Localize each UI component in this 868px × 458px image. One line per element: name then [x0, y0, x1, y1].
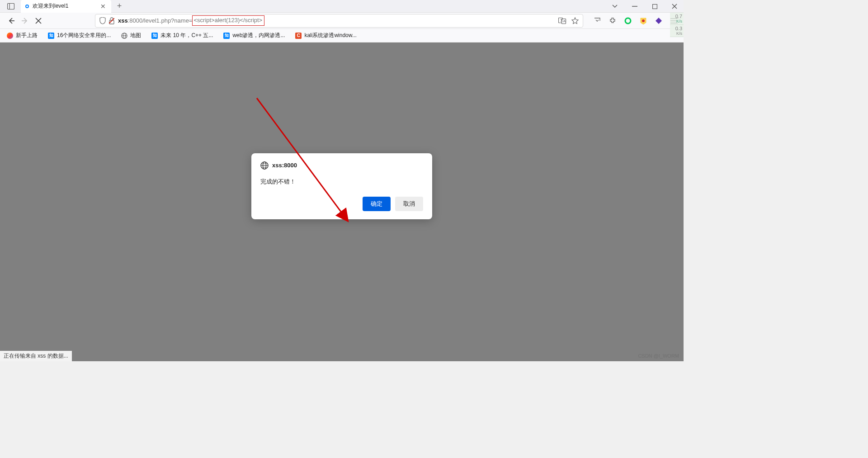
- bookmark-item[interactable]: Ckali系统渗透window...: [293, 30, 358, 41]
- network-speed-widget: 0.7K/s 0.3K/s: [670, 13, 684, 37]
- url-text: xss:8000/level1.php?name=<script>alert(1…: [118, 15, 264, 26]
- alert-dialog: xss:8000 完成的不错！ 确定 取消: [251, 153, 432, 219]
- extensions-icon[interactable]: [608, 16, 618, 26]
- insecure-lock-icon[interactable]: [107, 16, 116, 25]
- window-controls: [609, 0, 680, 13]
- svg-point-11: [625, 18, 631, 24]
- browser-tab[interactable]: 欢迎来到level1 ✕: [21, 0, 111, 13]
- new-tab-button[interactable]: +: [113, 0, 126, 13]
- nav-bar: xss:8000/level1.php?name=<script>alert(1…: [0, 13, 684, 29]
- ext-purple-diamond-icon[interactable]: [654, 16, 664, 26]
- page-content: xss:8000 完成的不错！ 确定 取消 正在传输来自 xss 的数据... …: [0, 42, 684, 361]
- list-tabs-icon[interactable]: [609, 1, 620, 12]
- address-bar[interactable]: xss:8000/level1.php?name=<script>alert(1…: [95, 14, 583, 28]
- pocket-icon[interactable]: [592, 16, 602, 26]
- bookmark-item[interactable]: 新手上路: [5, 30, 39, 41]
- svg-point-12: [642, 19, 645, 22]
- globe-icon: [121, 32, 128, 39]
- svg-text:A: A: [563, 19, 566, 23]
- maximize-button[interactable]: [649, 1, 660, 12]
- dialog-overlay: xss:8000 完成的不错！ 确定 取消: [0, 42, 684, 361]
- tab-title: 欢迎来到level1: [33, 2, 99, 10]
- zhihu-icon: 知: [223, 33, 230, 39]
- dialog-message: 完成的不错！: [260, 178, 423, 186]
- url-highlighted-param: <script>alert(123)</script>: [192, 15, 264, 26]
- firefox-icon: [7, 33, 13, 39]
- ext-green-circle-icon[interactable]: [623, 16, 633, 26]
- svg-rect-6: [109, 20, 114, 24]
- dialog-ok-button[interactable]: 确定: [363, 197, 391, 211]
- bookmark-item[interactable]: 知16个网络安全常用的...: [46, 30, 113, 41]
- bookmark-label: 16个网络安全常用的...: [57, 32, 111, 39]
- stop-button[interactable]: [32, 14, 45, 28]
- dialog-cancel-button[interactable]: 取消: [395, 197, 423, 211]
- zhihu-icon: 知: [151, 33, 158, 39]
- sidebar-toggle-icon[interactable]: [4, 1, 18, 12]
- svg-rect-0: [8, 3, 14, 9]
- bookmark-item[interactable]: 知web渗透，内网渗透...: [221, 30, 287, 41]
- watermark: CSDN @I_WORM: [638, 353, 679, 359]
- forward-button[interactable]: [18, 14, 32, 28]
- bookmark-label: web渗透，内网渗透...: [232, 32, 285, 39]
- kali-icon: C: [295, 33, 302, 39]
- bookmark-item[interactable]: 知未来 10 年，C++ 五...: [149, 30, 215, 41]
- tab-bar: 欢迎来到level1 ✕ +: [0, 0, 684, 13]
- globe-icon: [260, 161, 269, 170]
- zhihu-icon: 知: [48, 33, 54, 39]
- minimize-button[interactable]: [629, 1, 640, 12]
- tab-loading-icon: [25, 5, 29, 8]
- svg-text:文: 文: [560, 19, 563, 22]
- tab-close-icon[interactable]: ✕: [99, 3, 107, 10]
- svg-rect-3: [652, 4, 657, 9]
- bookmark-item[interactable]: 地图: [119, 30, 143, 41]
- translate-icon[interactable]: 文A: [557, 16, 567, 26]
- window-close-button[interactable]: [669, 1, 680, 12]
- bookmark-label: 地图: [130, 32, 141, 39]
- ext-downloads-icon[interactable]: [638, 16, 648, 26]
- status-bar: 正在传输来自 xss 的数据...: [0, 351, 72, 361]
- bookmark-label: 新手上路: [16, 32, 38, 39]
- back-button[interactable]: [5, 14, 18, 28]
- bookmark-label: kali系统渗透window...: [304, 32, 356, 39]
- toolbar-right: [592, 16, 679, 26]
- bookmarks-bar: 新手上路 知16个网络安全常用的... 地图 知未来 10 年，C++ 五...…: [0, 29, 684, 42]
- bookmark-star-icon[interactable]: [570, 16, 580, 26]
- bookmark-label: 未来 10 年，C++ 五...: [160, 32, 213, 39]
- dialog-origin: xss:8000: [272, 162, 297, 169]
- shield-icon[interactable]: [98, 16, 107, 25]
